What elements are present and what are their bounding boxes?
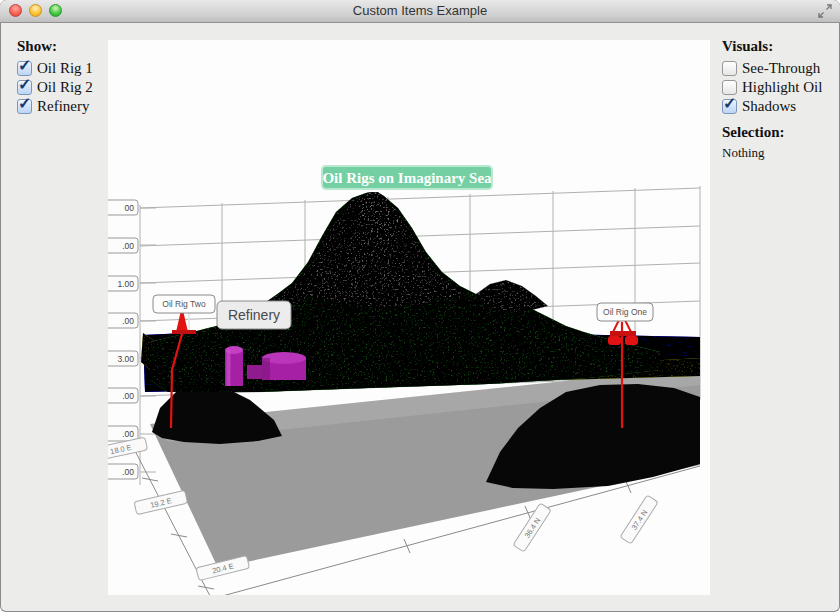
oil-rig-2-checkbox[interactable] xyxy=(17,80,32,95)
selection-heading: Selection: xyxy=(722,124,834,141)
show-panel: Show: Oil Rig 1 Oil Rig 2 Refinery xyxy=(17,38,107,116)
svg-text:Oil Rigs on Imaginary Sea: Oil Rigs on Imaginary Sea xyxy=(322,170,492,186)
chart-title-label[interactable]: Oil Rigs on Imaginary Sea xyxy=(322,166,492,189)
resize-icon[interactable] xyxy=(818,4,832,18)
selection-value: Nothing xyxy=(722,145,834,161)
refinery-label: Refinery xyxy=(37,98,89,115)
shadows-label: Shadows xyxy=(742,98,796,115)
svg-text:3.00: 3.00 xyxy=(117,354,134,364)
checkbox-row-see-through[interactable]: See-Through xyxy=(722,59,834,78)
see-through-checkbox[interactable] xyxy=(722,61,737,76)
svg-text:Oil Rig One: Oil Rig One xyxy=(603,307,647,317)
svg-text:.00: .00 xyxy=(122,316,134,326)
highlight-oil-checkbox[interactable] xyxy=(722,80,737,95)
svg-text:00: 00 xyxy=(125,203,135,213)
show-heading: Show: xyxy=(17,38,107,55)
oil-rig-1-label: Oil Rig 1 xyxy=(37,60,93,77)
svg-text:Oil Rig Two: Oil Rig Two xyxy=(162,299,206,309)
checkbox-row-shadows[interactable]: Shadows xyxy=(722,97,834,116)
highlight-oil-label: Highlight Oil xyxy=(742,79,822,96)
surface-3d-scene[interactable]: 00 .00 1.00 .00 3.00 .00 .00 .00 18.0 E … xyxy=(108,40,710,595)
visuals-heading: Visuals: xyxy=(722,38,834,55)
oil-rig-2-label: Oil Rig 2 xyxy=(37,79,93,96)
title-bar[interactable]: Custom Items Example xyxy=(0,0,840,23)
oil-rig-one-label[interactable]: Oil Rig One xyxy=(597,303,653,321)
refinery-annotation-label[interactable]: Refinery xyxy=(217,301,291,329)
svg-text:.00: .00 xyxy=(122,391,134,401)
svg-text:Refinery: Refinery xyxy=(228,307,280,323)
svg-text:.00: .00 xyxy=(122,429,134,439)
window-title: Custom Items Example xyxy=(0,0,840,22)
oil-rig-1-checkbox[interactable] xyxy=(17,61,32,76)
checkbox-row-refinery[interactable]: Refinery xyxy=(17,97,107,116)
checkbox-row-highlight-oil[interactable]: Highlight Oil xyxy=(722,78,834,97)
x-axis-labels-right: 36.4 N 37.4 N xyxy=(513,495,658,552)
svg-text:.00: .00 xyxy=(122,467,134,477)
svg-text:.00: .00 xyxy=(122,241,134,251)
plot-area[interactable]: 00 .00 1.00 .00 3.00 .00 .00 .00 18.0 E … xyxy=(108,40,710,595)
app-window: Custom Items Example Show: Oil Rig 1 Oil… xyxy=(0,0,840,612)
shadows-checkbox[interactable] xyxy=(722,99,737,114)
svg-text:1.00: 1.00 xyxy=(117,279,134,289)
see-through-label: See-Through xyxy=(742,60,820,77)
y-axis-labels: 00 .00 1.00 .00 3.00 .00 .00 .00 xyxy=(108,200,138,479)
refinery-checkbox[interactable] xyxy=(17,99,32,114)
oil-rig-two-label[interactable]: Oil Rig Two xyxy=(153,295,215,313)
visuals-panel: Visuals: See-Through Highlight Oil Shado… xyxy=(722,38,834,161)
